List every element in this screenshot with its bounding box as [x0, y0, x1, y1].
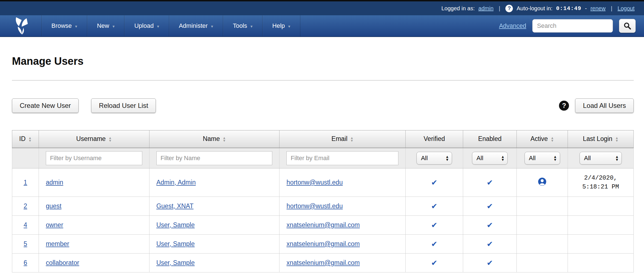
page-content: Manage Users Create New User Reload User…: [0, 55, 644, 272]
nav-menu-upload[interactable]: Upload ▾: [124, 15, 169, 36]
help-icon[interactable]: ?: [559, 101, 569, 111]
table-row: 5 member User, Sample xnatselenium@gmail…: [12, 235, 634, 254]
column-label: Active: [530, 135, 548, 142]
nav-menu-new[interactable]: New ▾: [87, 15, 125, 36]
user-id-link[interactable]: 1: [24, 179, 27, 186]
nav-menu-help[interactable]: Help ▾: [263, 15, 300, 36]
nav-menu-browse[interactable]: Browse ▾: [42, 15, 87, 36]
column-header-verified[interactable]: Verified: [406, 130, 463, 148]
column-header-active[interactable]: Active▲▼: [517, 130, 568, 148]
email-link[interactable]: xnatselenium@gmail.com: [286, 221, 360, 229]
cell-last-login: 2/4/2020, 5:18:21 PM: [568, 168, 634, 197]
email-filter-input[interactable]: [286, 151, 398, 165]
cell-username: collaborator: [39, 254, 149, 272]
nav-spacer: [300, 15, 499, 36]
cell-enabled: ✔: [463, 168, 517, 197]
cell-verified: ✔: [406, 254, 463, 272]
last-login-filter-select[interactable]: All ▲▼: [580, 152, 622, 165]
search-input[interactable]: [532, 19, 613, 33]
cell-active: [517, 168, 568, 197]
column-label: Username: [76, 135, 106, 142]
nav-menu-administer[interactable]: Administer ▾: [169, 15, 223, 36]
nav-label: Administer: [179, 22, 208, 29]
enabled-filter-select[interactable]: All ▲▼: [472, 152, 508, 165]
username-link[interactable]: owner: [46, 221, 63, 229]
user-id-link[interactable]: 6: [24, 259, 27, 266]
column-header-username[interactable]: Username▲▼: [39, 130, 149, 148]
column-header-id[interactable]: ID▲▼: [12, 130, 39, 148]
username-link[interactable]: collaborator: [46, 259, 79, 266]
name-link[interactable]: Admin, Admin: [156, 179, 196, 186]
current-user-link[interactable]: admin: [478, 5, 493, 12]
main-navbar: Browse ▾ New ▾ Upload ▾ Administer ▾ Too…: [0, 15, 644, 37]
check-icon: ✔: [431, 221, 438, 229]
name-filter-input[interactable]: [156, 151, 273, 165]
email-link[interactable]: xnatselenium@gmail.com: [286, 259, 360, 266]
username-link[interactable]: admin: [46, 179, 63, 186]
name-link[interactable]: Guest, XNAT: [156, 202, 194, 210]
reload-user-list-button[interactable]: Reload User List: [91, 98, 156, 113]
column-header-email[interactable]: Email▲▼: [279, 130, 406, 148]
user-actions-toolbar: Create New User Reload User List ? Load …: [12, 98, 634, 113]
renew-session-link[interactable]: renew: [590, 5, 605, 12]
cell-name: Guest, XNAT: [149, 197, 279, 216]
sort-icon: ▲▼: [28, 136, 32, 142]
select-arrows-icon: ▲▼: [445, 155, 449, 161]
cell-name: User, Sample: [149, 216, 279, 235]
active-filter-select[interactable]: All ▲▼: [525, 152, 560, 165]
user-id-link[interactable]: 5: [24, 240, 27, 247]
title-divider: [12, 80, 634, 81]
check-icon: ✔: [431, 259, 438, 267]
active-user-icon[interactable]: [538, 177, 547, 186]
auto-logout-help-icon[interactable]: ?: [505, 5, 513, 12]
check-icon: ✔: [487, 259, 493, 267]
sort-icon: ▲▼: [551, 136, 554, 142]
search-button[interactable]: [619, 19, 636, 33]
cell-verified: ✔: [406, 216, 463, 235]
sort-icon: ▲▼: [350, 136, 354, 142]
column-label: ID: [19, 135, 26, 142]
select-value: All: [584, 155, 591, 162]
cell-email: hortonw@wustl.edu: [279, 197, 406, 216]
chevron-down-icon: ▾: [251, 24, 253, 29]
verified-filter-select[interactable]: All ▲▼: [416, 152, 452, 165]
column-header-name[interactable]: Name▲▼: [149, 130, 279, 148]
create-new-user-button[interactable]: Create New User: [12, 98, 79, 113]
cell-enabled: ✔: [463, 216, 517, 235]
xnat-logo[interactable]: [0, 15, 42, 36]
cell-username: owner: [39, 216, 149, 235]
last-login-date: 2/4/2020,: [568, 174, 633, 183]
last-login-time: 5:18:21 PM: [568, 183, 633, 192]
nav-label: Tools: [233, 22, 247, 29]
username-filter-input[interactable]: [46, 151, 142, 165]
user-id-link[interactable]: 4: [24, 221, 27, 229]
column-header-last-login[interactable]: Last Login▲▼: [568, 130, 634, 148]
name-link[interactable]: User, Sample: [156, 259, 195, 266]
load-all-users-button[interactable]: Load All Users: [575, 98, 634, 113]
user-id-link[interactable]: 2: [24, 202, 27, 210]
cell-username: admin: [39, 168, 149, 197]
select-value: All: [476, 155, 483, 162]
chevron-down-icon: ▾: [288, 24, 290, 29]
username-link[interactable]: member: [46, 240, 69, 247]
nav-menu-tools[interactable]: Tools ▾: [223, 15, 263, 36]
email-link[interactable]: hortonw@wustl.edu: [286, 179, 343, 186]
name-link[interactable]: User, Sample: [156, 221, 195, 229]
cell-username: member: [39, 235, 149, 254]
email-link[interactable]: hortonw@wustl.edu: [286, 202, 343, 210]
email-link[interactable]: xnatselenium@gmail.com: [286, 240, 360, 247]
select-arrows-icon: ▲▼: [501, 155, 505, 161]
cell-active: [517, 235, 568, 254]
select-arrows-icon: ▲▼: [553, 155, 557, 161]
xnat-logo-icon: [12, 17, 29, 35]
username-link[interactable]: guest: [46, 202, 61, 210]
name-link[interactable]: User, Sample: [156, 240, 195, 247]
cell-id: 6: [12, 254, 39, 272]
select-value: All: [529, 155, 536, 162]
filter-cell-empty: [12, 148, 39, 168]
column-header-enabled[interactable]: Enabled: [463, 130, 517, 148]
logout-link[interactable]: Logout: [618, 5, 635, 12]
cell-verified: ✔: [406, 197, 463, 216]
advanced-search-link[interactable]: Advanced: [499, 22, 526, 29]
logged-in-label: Logged in as:: [441, 5, 475, 12]
